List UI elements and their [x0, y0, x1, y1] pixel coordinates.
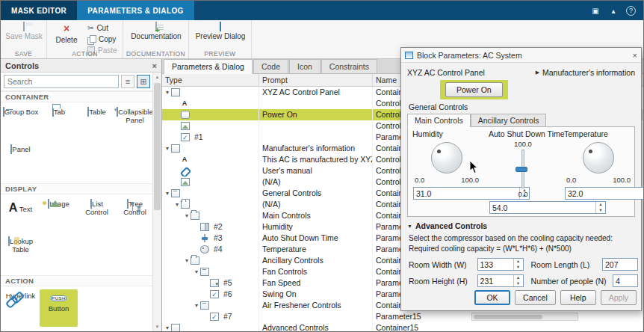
- section-label-documentation: DOCUMENTATION: [123, 50, 188, 58]
- tab-icon: [191, 256, 199, 265]
- temperature-control: Temperature 0.0 100.0: [561, 129, 636, 200]
- room-height-input[interactable]: [478, 275, 513, 286]
- spin-down-icon[interactable]: [514, 265, 523, 271]
- caret-down-icon[interactable]: [193, 266, 200, 277]
- palette-item-collapsible-panel[interactable]: Collapsible Panel: [116, 105, 154, 143]
- search-input[interactable]: [4, 75, 119, 88]
- group-box-icon: [171, 189, 180, 197]
- tab-main-controls[interactable]: Main Controls: [407, 114, 471, 127]
- room-width-input[interactable]: [478, 259, 513, 270]
- ribbon-section-save: Save Mask SAVE: [1, 20, 47, 58]
- ribbon-section-action: Delete Cut Copy Paste ACTION: [47, 20, 123, 58]
- tab-parameters-and-dialog[interactable]: Parameters & Dialog: [164, 59, 253, 74]
- tab-ancillary-controls[interactable]: Ancillary Controls: [471, 114, 547, 127]
- cut-button[interactable]: Cut: [84, 22, 122, 34]
- table-row[interactable]: Advanced ControlsContainer15: [162, 322, 643, 331]
- vertical-scrollbar[interactable]: [152, 73, 161, 331]
- caret-down-icon[interactable]: [193, 300, 200, 311]
- close-icon[interactable]: [633, 51, 637, 60]
- slider-min-label: 0.0: [486, 190, 560, 198]
- save-mask-button[interactable]: Save Mask: [4, 22, 44, 40]
- palette-item-lookup-table[interactable]: Lookup Table: [1, 235, 40, 272]
- auto-shutdown-control: Auto Shut Down Time 100.0 0.0: [486, 129, 560, 214]
- power-on-button[interactable]: Power On: [445, 82, 503, 97]
- caret-down-icon[interactable]: [164, 322, 171, 331]
- copy-button[interactable]: Copy: [84, 34, 122, 45]
- tab-code[interactable]: Code: [253, 59, 288, 73]
- tab-parameters-dialog[interactable]: PARAMETERS & DIALOG: [77, 1, 194, 20]
- humidity-knob[interactable]: [431, 142, 462, 173]
- ok-button[interactable]: OK: [474, 290, 510, 305]
- palette-item-hyperlink[interactable]: Hyperlink: [1, 289, 40, 327]
- spin-down-icon[interactable]: [514, 281, 523, 287]
- temperature-value-input[interactable]: [566, 188, 644, 199]
- palette-item-table[interactable]: Table: [78, 105, 116, 143]
- help-button[interactable]: Help: [560, 290, 596, 305]
- collapse-ribbon-icon[interactable]: [608, 5, 619, 16]
- room-length-input[interactable]: [603, 259, 637, 270]
- window-icon[interactable]: [590, 5, 601, 16]
- palette-item-tree-control[interactable]: Tree Control: [116, 197, 154, 235]
- number-of-people-input[interactable]: [613, 275, 637, 286]
- block-parameters-dialog: Block Parameters: AC System XYZ AC Contr…: [400, 47, 642, 311]
- palette-item-text[interactable]: Text: [1, 197, 40, 235]
- auto-shutdown-value-input[interactable]: [490, 202, 595, 213]
- apply-button[interactable]: Apply: [601, 290, 637, 305]
- tab-icon: [191, 212, 199, 220]
- close-icon[interactable]: [152, 61, 157, 70]
- room-height-label: Room Height (H): [409, 277, 474, 286]
- tab-mask-editor[interactable]: MASK EDITOR: [1, 1, 77, 20]
- spin-up-icon[interactable]: [514, 275, 523, 281]
- manufacturer-info-link[interactable]: Manufacturer's information: [536, 68, 635, 77]
- help-icon[interactable]: [626, 6, 636, 16]
- room-width-spinbox: [477, 258, 524, 271]
- spin-down-icon[interactable]: [596, 208, 605, 214]
- spin-up-icon[interactable]: [514, 259, 523, 265]
- temperature-knob[interactable]: [583, 142, 614, 173]
- grid-view-button[interactable]: [137, 75, 150, 88]
- horizontal-scrollbar[interactable]: [471, 313, 578, 321]
- caret-down-icon[interactable]: [183, 255, 191, 266]
- tab-icon[interactable]: Icon: [289, 59, 321, 73]
- palette-item-group-box[interactable]: Group Box: [1, 105, 40, 143]
- caret-down-icon[interactable]: [164, 87, 171, 98]
- palette-item-button[interactable]: Button: [40, 289, 78, 327]
- image-icon: [181, 178, 190, 186]
- group-box-icon: [3, 107, 4, 117]
- advanced-controls-header[interactable]: Advanced Controls: [407, 221, 487, 230]
- palette-item-tab[interactable]: Tab: [40, 105, 78, 143]
- palette-item-list-control[interactable]: List Control: [78, 197, 116, 235]
- group-box-icon: [200, 268, 209, 276]
- preview-dialog-button[interactable]: Preview Dialog: [193, 22, 247, 40]
- delete-button[interactable]: Delete: [50, 22, 83, 44]
- palette-section-display: DISPLAY: [1, 183, 161, 194]
- table-icon: [87, 107, 89, 117]
- palette-item-image[interactable]: Image: [40, 197, 78, 235]
- caret-down-icon[interactable]: [164, 188, 171, 199]
- room-length-spinbox: [602, 258, 638, 271]
- checkbox-icon: [181, 133, 190, 141]
- caret-down-icon[interactable]: [183, 210, 191, 221]
- tab-constraints[interactable]: Constraints: [321, 59, 377, 73]
- scroll-up-icon[interactable]: [153, 73, 161, 82]
- section-label-action: ACTION: [47, 50, 123, 58]
- scrollbar-thumb[interactable]: [154, 83, 161, 210]
- collapsible-panel-icon: [117, 107, 118, 117]
- caret-down-icon[interactable]: [173, 199, 181, 210]
- popup-icon: [210, 279, 219, 287]
- advanced-description-line1: Select the compressor based on the cooli…: [409, 234, 638, 242]
- cancel-button[interactable]: Cancel: [515, 290, 556, 305]
- checkbox-icon: [210, 313, 219, 321]
- spin-up-icon[interactable]: [596, 202, 605, 208]
- scrollbar-thumb[interactable]: [474, 315, 542, 319]
- auto-shutdown-slider[interactable]: [486, 148, 560, 190]
- humidity-max-label: 100.0: [461, 176, 479, 184]
- palette-item-panel[interactable]: Panel: [1, 143, 40, 180]
- slider-handle[interactable]: [515, 167, 527, 172]
- documentation-button[interactable]: Documentation: [128, 22, 185, 40]
- caret-down-icon[interactable]: [164, 143, 171, 154]
- power-on-highlight: Power On: [440, 80, 508, 99]
- ribbon-section-documentation: Documentation DOCUMENTATION: [123, 20, 189, 58]
- list-view-button[interactable]: [121, 75, 134, 88]
- scroll-down-icon[interactable]: [153, 322, 161, 331]
